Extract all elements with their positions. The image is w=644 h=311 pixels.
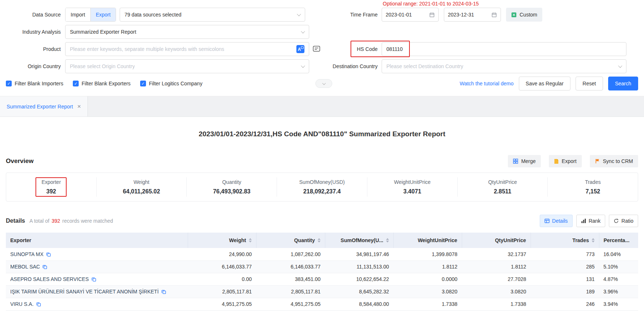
cell-percenta: 4.87% <box>599 273 638 285</box>
cell-exporter: SUNOPTA MX <box>6 248 188 260</box>
destination-country-label: Destination Country <box>311 63 378 69</box>
tab-summarized-exporter-report[interactable]: Summarized Exporter Report × <box>0 96 88 116</box>
origin-country-placeholder: Please select Origin Country <box>70 63 135 69</box>
start-date-input[interactable]: 2023-01-01 <box>382 8 439 22</box>
view-rank-button[interactable]: Rank <box>576 215 606 227</box>
column-header-exporter: Exporter <box>6 233 188 248</box>
details-heading: Details <box>6 218 25 224</box>
translate-icon[interactable]: A <box>296 45 304 53</box>
export-button[interactable]: Export <box>549 155 581 167</box>
export-toggle-button[interactable]: Export <box>90 8 116 21</box>
search-button[interactable]: Search <box>608 77 638 90</box>
cell-quantity: 2,805,117.81 <box>256 285 325 298</box>
column-header-sumofmoney-u[interactable]: SumOfMoney(U... <box>325 233 393 248</box>
cell-percenta: 16.04% <box>599 248 638 260</box>
overview-header: Overview Merge Export Sync to CRM <box>6 155 638 167</box>
checkbox-filter-blank-exporters[interactable]: ✓ Filter Blank Exporters <box>73 81 131 86</box>
stat-value: 218,092,237.4 <box>299 188 345 195</box>
product-label: Product <box>6 46 61 52</box>
custom-range-button[interactable]: Custom <box>506 8 542 22</box>
cell-qtyunitprice: 32.1737 <box>462 248 531 260</box>
copy-icon[interactable] <box>91 277 96 282</box>
end-date-input[interactable]: 2023-12-31 <box>444 8 501 22</box>
stat-label: Weight <box>123 179 160 185</box>
stat-label: SumOfMoney(USD) <box>299 179 345 185</box>
rank-icon <box>581 218 586 223</box>
sync-to-crm-button[interactable]: Sync to CRM <box>590 155 638 167</box>
cell-qtyunitprice: 1.7338 <box>462 298 531 310</box>
import-toggle-button[interactable]: Import <box>65 8 90 21</box>
column-header-weight[interactable]: Weight <box>188 233 256 248</box>
column-header-trades[interactable]: Trades <box>531 233 599 248</box>
checkbox-checked-icon[interactable]: ✓ <box>73 81 79 86</box>
destination-country-placeholder: Please select Destination Country <box>386 63 463 69</box>
stat-label: Quantity <box>213 179 250 185</box>
column-header-quantity[interactable]: Quantity <box>256 233 325 248</box>
sort-icon[interactable] <box>318 238 321 242</box>
hs-code-input[interactable]: 081110 <box>382 42 626 56</box>
table-row: IŞIK TARIM ÜRÜNLERİ SANAYİ VE TİCARET AN… <box>6 285 638 298</box>
destination-country-select[interactable]: Please select Destination Country <box>382 59 626 73</box>
table-header-row: ExporterWeightQuantitySumOfMoney(U...Wei… <box>6 233 638 248</box>
checkbox-label: Filter Blank Exporters <box>82 81 131 86</box>
stat-qtyunitprice: QtyUnitPrice 2.8511 <box>457 177 548 197</box>
origin-country-select[interactable]: Please select Origin Country <box>65 59 309 73</box>
end-date-value: 2023-12-31 <box>448 12 474 18</box>
exporter-name[interactable]: VIRU S.A. <box>10 301 34 307</box>
time-frame-label: Time Frame <box>311 12 378 18</box>
checkbox-checked-icon[interactable]: ✓ <box>6 81 12 86</box>
stat-label: QtyUnitPrice <box>488 179 517 185</box>
stat-label: Trades <box>585 179 601 185</box>
overview-stats: Exporter 392 Weight 64,011,265.02 Quanti… <box>6 173 638 201</box>
merge-label: Merge <box>521 158 536 164</box>
cell-trades: 773 <box>531 248 599 260</box>
tab-bar: Summarized Exporter Report × <box>0 96 644 117</box>
industry-analysis-value: Summarized Exporter Report <box>70 29 136 35</box>
cell-trades: 131 <box>531 273 599 285</box>
filter-panel: Optional range: 2021-01-01 to 2024-03-15… <box>0 0 644 96</box>
data-source-label: Data Source <box>6 12 61 18</box>
industry-analysis-select[interactable]: Summarized Exporter Report <box>65 25 309 39</box>
flag-icon <box>595 159 600 164</box>
stat-sumofmoney-usd: SumOfMoney(USD) 218,092,237.4 <box>277 177 367 197</box>
sort-icon[interactable] <box>249 238 252 242</box>
overview-heading: Overview <box>6 158 34 165</box>
product-keywords-input[interactable]: Please enter keywords, separate multiple… <box>65 42 309 56</box>
sort-icon[interactable] <box>592 238 595 242</box>
exporter-name[interactable]: MEBOL SAC <box>10 264 40 270</box>
data-sources-select[interactable]: 79 data sources selected <box>120 8 305 22</box>
exporter-name[interactable]: IŞIK TARIM ÜRÜNLERİ SANAYİ VE TİCARET AN… <box>10 289 159 295</box>
merge-button[interactable]: Merge <box>508 155 541 167</box>
cell-exporter: VIRU S.A. <box>6 298 188 310</box>
tutorial-link[interactable]: Watch the tutorial demo <box>460 81 513 86</box>
checkbox-filter-logitics-company[interactable]: ✓ Filter Logitics Company <box>140 81 202 86</box>
exporter-name[interactable]: SUNOPTA MX <box>10 251 44 257</box>
view-details-button[interactable]: Details <box>540 215 573 227</box>
start-date-value: 2023-01-01 <box>386 12 412 18</box>
checkbox-checked-icon[interactable]: ✓ <box>140 81 146 86</box>
cell-sumofmoney-u: 11,131,513.00 <box>325 260 393 273</box>
chevron-down-icon <box>297 12 301 16</box>
checkbox-label: Filter Blank Importers <box>15 81 63 86</box>
collapse-filters-button[interactable] <box>315 79 332 88</box>
save-as-regular-button[interactable]: Save as Regular <box>519 77 571 90</box>
chevron-down-icon <box>322 81 326 85</box>
copy-icon[interactable] <box>161 289 166 294</box>
reset-button[interactable]: Reset <box>576 77 603 90</box>
sort-icon[interactable] <box>386 238 389 242</box>
copy-icon[interactable] <box>46 252 51 257</box>
filter-row-options: ✓ Filter Blank Importers ✓ Filter Blank … <box>6 76 638 91</box>
view-ratio-button[interactable]: Ratio <box>609 215 638 227</box>
data-sources-select-value: 79 data sources selected <box>124 12 181 18</box>
cell-exporter: ASEPRO SALES AND SERVICES <box>6 273 188 285</box>
copy-icon[interactable] <box>36 302 41 307</box>
cell-sumofmoney-u: 8,645,282.32 <box>325 285 393 298</box>
close-icon[interactable]: × <box>77 103 81 110</box>
destination-country-group: Destination Country Please select Destin… <box>311 59 626 74</box>
checkbox-filter-blank-importers[interactable]: ✓ Filter Blank Importers <box>6 81 63 86</box>
copy-icon[interactable] <box>42 264 47 269</box>
cell-quantity: 383,451.00 <box>256 273 325 285</box>
exporter-name[interactable]: ASEPRO SALES AND SERVICES <box>10 276 89 282</box>
cell-weightunitprice: 0.0000 <box>393 273 462 285</box>
cell-trades: 189 <box>531 285 599 298</box>
